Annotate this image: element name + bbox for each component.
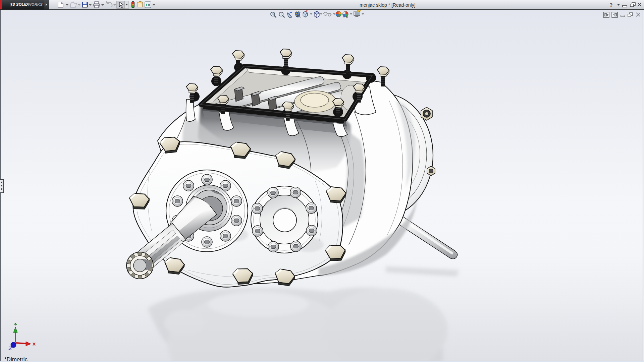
svg-text:?: ? [610,2,613,8]
